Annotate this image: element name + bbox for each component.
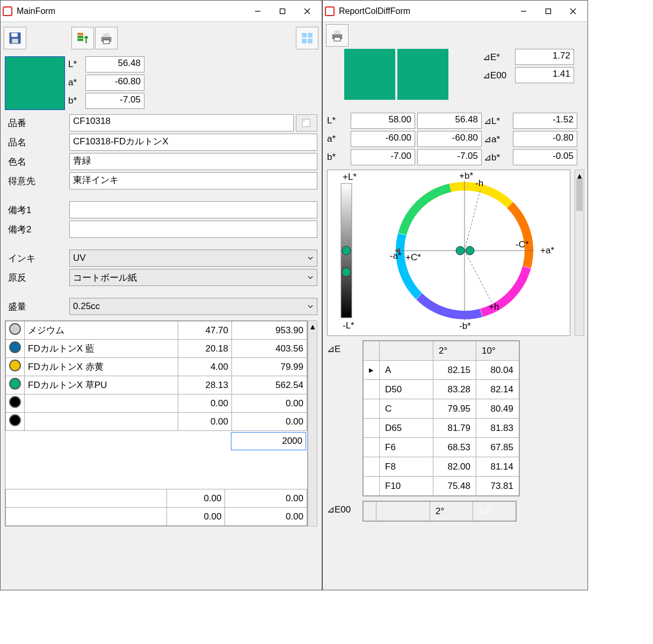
svg-rect-14 [308, 33, 313, 38]
smp-value: -7.05 [417, 149, 482, 165]
window-title: MainForm [17, 6, 245, 16]
minimize-button[interactable] [245, 3, 270, 20]
bikou1-label: 備考1 [5, 204, 69, 216]
genpan-select[interactable]: コートボール紙 [69, 269, 317, 286]
save-button[interactable] [4, 27, 26, 49]
dE-label: ⊿E* [483, 52, 515, 63]
table-row[interactable]: F1075.4873.81 [364, 477, 519, 496]
table-row[interactable]: メジウム 47.70953.90 [6, 321, 307, 340]
sample-swatch [397, 49, 448, 100]
svg-rect-6 [12, 39, 18, 43]
svg-text:-b*: -b* [459, 321, 471, 331]
table-row[interactable]: C79.9580.49 [364, 399, 519, 419]
table-row[interactable]: 0.000.00 [6, 413, 307, 431]
iromei-input[interactable]: 青緑 [69, 153, 317, 170]
svg-point-44 [456, 246, 465, 255]
svg-rect-5 [11, 33, 18, 37]
ink-name: メジウム [25, 321, 178, 340]
report-window: ReportColDiffForm ⊿E* 1.72 [322, 0, 588, 590]
L-label: L* [68, 59, 82, 70]
mix-total-input[interactable] [231, 432, 306, 450]
toolbar [1, 22, 322, 54]
dlab-label: ⊿a* [484, 131, 511, 147]
svg-rect-13 [302, 33, 307, 38]
target-color-swatch [5, 56, 65, 110]
hinmei-input[interactable]: CF10318-FDカルトンX [69, 134, 317, 151]
dE-value: 1.72 [515, 49, 574, 65]
main-window: MainForm [0, 0, 322, 590]
genpan-label: 原反 [5, 272, 69, 284]
svg-point-28 [342, 246, 351, 255]
diff-value: -0.80 [513, 131, 577, 147]
dE00-table-label: ⊿E00 [327, 501, 359, 515]
svg-point-29 [342, 268, 351, 276]
svg-text:+L*: +L* [343, 172, 357, 182]
a-value[interactable]: -60.80 [85, 75, 144, 91]
tokuisaki-label: 得意先 [5, 175, 69, 187]
scrollbar[interactable]: ▴ [308, 320, 317, 526]
maximize-button[interactable] [536, 3, 561, 20]
hinmei-label: 品名 [5, 136, 69, 149]
bikou2-input[interactable] [69, 221, 317, 238]
table-row[interactable]: FDカルトンX 赤黄 4.0079.99 [6, 358, 307, 376]
std-value: 58.00 [351, 113, 415, 129]
close-button[interactable] [295, 3, 320, 20]
titlebar: MainForm [1, 1, 322, 22]
svg-rect-20 [546, 9, 551, 13]
table-row[interactable]: FDカルトンX 藍 20.18403.56 [6, 340, 307, 358]
print-button[interactable] [326, 24, 349, 47]
svg-text:-a*: -a* [390, 251, 402, 261]
dE-table[interactable]: 2°10°▸A82.1580.04D5083.2882.14C79.9580.4… [362, 340, 520, 496]
svg-rect-15 [302, 39, 307, 43]
close-button[interactable] [561, 3, 585, 20]
table-row[interactable]: D6581.7981.83 [364, 419, 519, 438]
bikou2-label: 備考2 [5, 223, 69, 236]
dE00-value: 1.41 [515, 67, 574, 83]
table-row[interactable]: 0.000.00 [6, 489, 307, 508]
grid-view-button[interactable] [296, 27, 318, 49]
lab-label: L* [327, 113, 349, 129]
maximize-button[interactable] [270, 3, 295, 20]
svg-rect-12 [103, 40, 110, 44]
print-button[interactable] [95, 27, 118, 49]
dE-table-label: ⊿E [327, 340, 359, 355]
table-row[interactable]: F882.0081.14 [364, 457, 519, 477]
app-icon [325, 6, 335, 16]
window-title: ReportColDiffForm [339, 6, 511, 16]
moriryo-select[interactable]: 0.25cc [69, 298, 317, 315]
minimize-button[interactable] [511, 3, 536, 20]
diff-value: -0.05 [513, 149, 577, 165]
scrollbar[interactable]: ▴ [575, 170, 584, 336]
hinban-input[interactable]: CF10318 [69, 114, 294, 131]
svg-rect-11 [103, 33, 110, 37]
b-value[interactable]: -7.05 [85, 93, 144, 109]
svg-rect-1 [280, 9, 285, 13]
dlab-label: ⊿b* [484, 149, 511, 165]
L-value[interactable]: 56.48 [85, 56, 144, 72]
lab-label: b* [327, 149, 349, 165]
ink-name: FDカルトンX 草PU [25, 376, 178, 394]
table-row[interactable]: ▸A82.1580.04 [364, 361, 519, 380]
smp-value: 56.48 [417, 113, 482, 129]
svg-text:+h: +h [489, 302, 499, 312]
bikou1-input[interactable] [69, 201, 317, 218]
dE00-table[interactable]: 2° 10° [362, 501, 517, 522]
tokuisaki-input[interactable]: 東洋インキ [69, 172, 317, 189]
ink-name [25, 394, 178, 413]
browse-button[interactable] [296, 114, 317, 131]
table-row[interactable]: D5083.2882.14 [364, 380, 519, 399]
mix-grid[interactable]: メジウム 47.70953.90 FDカルトンX 藍 20.18403.56 F… [5, 320, 308, 526]
titlebar: ReportColDiffForm [323, 1, 587, 22]
app-icon [3, 6, 12, 16]
color-diff-chart: +L* -L* [327, 170, 570, 336]
L-gradient-chart: +L* -L* [328, 170, 371, 331]
table-row[interactable]: F668.5367.85 [364, 438, 519, 457]
svg-rect-16 [308, 39, 313, 43]
import-button[interactable] [71, 27, 94, 49]
ink-select[interactable]: UV [69, 250, 317, 267]
table-row[interactable]: FDカルトンX 草PU 28.13562.54 [6, 376, 307, 394]
b-label: b* [68, 96, 82, 106]
table-row[interactable]: 0.000.00 [6, 394, 307, 413]
table-row[interactable]: 0.000.00 [6, 508, 307, 526]
diff-value: -1.52 [513, 113, 577, 129]
